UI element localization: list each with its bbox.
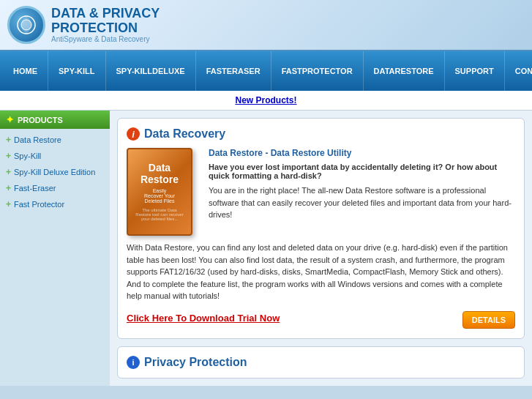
privacy-title-text: Privacy Protection bbox=[144, 356, 247, 369]
logo-subtitle: AntiSpyware & Data Recovery bbox=[51, 35, 160, 43]
product-name-header: Data Restore - Data Restore Utility bbox=[209, 148, 515, 158]
main-layout: ✦ PRODUCTS + Data Restore + Spy-Kill + S… bbox=[0, 111, 532, 386]
product-card: DataRestore EasilyRecover YourDeleted Fi… bbox=[127, 148, 515, 236]
logo-icon bbox=[15, 14, 37, 36]
details-button[interactable]: DETAILS bbox=[462, 311, 515, 329]
sidebar-item-label: Spy-Kill bbox=[14, 152, 41, 160]
section-title: i Data Recovery bbox=[127, 127, 515, 141]
nav-item-home[interactable]: HOME bbox=[3, 51, 48, 91]
sidebar-item-icon: + bbox=[6, 199, 11, 209]
product-box-name: DataRestore bbox=[141, 163, 179, 185]
nav-item-contact-us[interactable]: CONTACT US bbox=[505, 51, 532, 91]
nav-item-fast-eraser[interactable]: FASTERASER bbox=[196, 51, 271, 91]
logo-text: DATA & PRIVACY PROTECTION AntiSpyware & … bbox=[51, 7, 160, 44]
product-tagline: Have you ever lost important data by acc… bbox=[209, 163, 515, 180]
sidebar-item-label: Fast Protector bbox=[14, 200, 64, 209]
product-box-art: DataRestore EasilyRecover YourDeleted Fi… bbox=[127, 148, 192, 236]
product-subheader: - Data Restore Utility bbox=[265, 148, 351, 158]
product-full-desc: With Data Restore, you can find any lost… bbox=[127, 242, 515, 302]
section-title-text: Data Recovery bbox=[144, 127, 225, 141]
nav-item-data-restore[interactable]: DATARESTORE bbox=[364, 51, 445, 91]
nav-item-spy-kill-deluxe[interactable]: SPY-KILLDELUXE bbox=[106, 51, 196, 91]
sidebar: ✦ PRODUCTS + Data Restore + Spy-Kill + S… bbox=[0, 111, 110, 386]
product-name: Data Restore bbox=[209, 148, 263, 158]
nav-item-support[interactable]: SUPPORT bbox=[445, 51, 505, 91]
main-nav: HOME SPY-KILL SPY-KILLDELUXE FASTERASER … bbox=[0, 51, 532, 91]
download-link[interactable]: Click Here To Download Trial Now bbox=[127, 313, 280, 324]
sidebar-item-spy-kill-deluxe[interactable]: + Spy-Kill Deluxe Edition bbox=[0, 164, 110, 180]
data-recovery-section: i Data Recovery DataRestore EasilyRecove… bbox=[117, 118, 525, 339]
sidebar-item-icon: + bbox=[6, 167, 11, 177]
section-bottom: Click Here To Download Trial Now DETAILS bbox=[127, 307, 515, 329]
sidebar-items: + Data Restore + Spy-Kill + Spy-Kill Del… bbox=[0, 129, 110, 215]
nav-item-fast-protector[interactable]: FASTPROTECTOR bbox=[271, 51, 364, 91]
section-bottom-left: Click Here To Download Trial Now bbox=[127, 307, 462, 329]
sidebar-header-icon: ✦ bbox=[6, 114, 14, 125]
sidebar-item-fast-eraser[interactable]: + Fast-Eraser bbox=[0, 180, 110, 196]
sidebar-item-icon: + bbox=[6, 183, 11, 193]
product-desc1: You are in the right place! The all-new … bbox=[209, 184, 515, 221]
product-info: Data Restore - Data Restore Utility Have… bbox=[209, 148, 515, 236]
sidebar-item-data-restore[interactable]: + Data Restore bbox=[0, 132, 110, 148]
sidebar-item-fast-protector[interactable]: + Fast Protector bbox=[0, 196, 110, 212]
new-products-link[interactable]: New Products! bbox=[235, 95, 296, 105]
privacy-title-icon: i bbox=[127, 356, 140, 369]
sidebar-item-spy-kill[interactable]: + Spy-Kill bbox=[0, 148, 110, 164]
content: i Data Recovery DataRestore EasilyRecove… bbox=[110, 111, 532, 386]
sidebar-item-label: Data Restore bbox=[14, 135, 61, 144]
logo-title: DATA & PRIVACY PROTECTION bbox=[51, 7, 160, 36]
sidebar-header: ✦ PRODUCTS bbox=[0, 111, 110, 129]
product-box-tagline: EasilyRecover YourDeleted Files bbox=[144, 188, 175, 204]
product-image-container: DataRestore EasilyRecover YourDeleted Fi… bbox=[127, 148, 200, 236]
section-title-icon: i bbox=[127, 127, 140, 141]
header: DATA & PRIVACY PROTECTION AntiSpyware & … bbox=[0, 0, 532, 51]
sidebar-item-label: Spy-Kill Deluxe Edition bbox=[14, 168, 95, 176]
sidebar-header-label: PRODUCTS bbox=[18, 116, 63, 124]
privacy-title: i Privacy Protection bbox=[127, 356, 515, 369]
sidebar-item-icon: + bbox=[6, 135, 11, 145]
logo-circle bbox=[7, 6, 45, 44]
sidebar-item-label: Fast-Eraser bbox=[14, 184, 56, 193]
sub-nav: New Products! bbox=[0, 91, 532, 111]
privacy-protection-section: i Privacy Protection bbox=[117, 346, 525, 379]
sidebar-item-icon: + bbox=[6, 151, 11, 161]
nav-item-spy-kill[interactable]: SPY-KILL bbox=[48, 51, 106, 91]
